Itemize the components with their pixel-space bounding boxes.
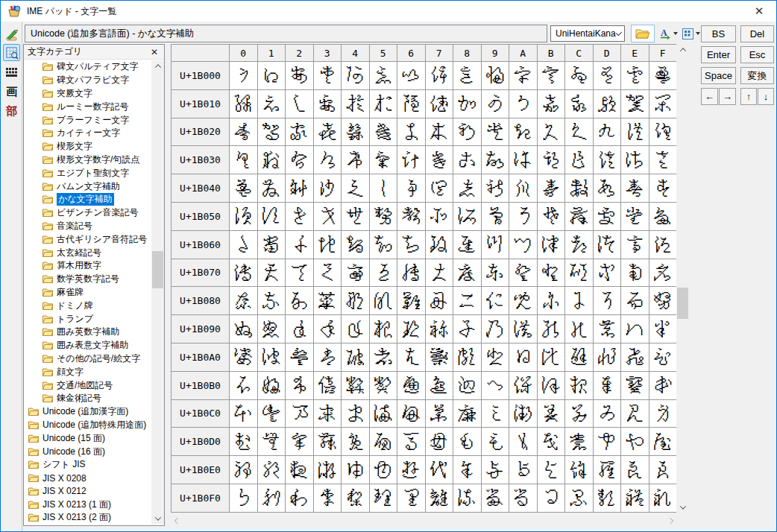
char-cell[interactable]: 𛁩 <box>481 230 509 259</box>
char-cell[interactable]: 𛃐 <box>230 428 258 456</box>
char-cell[interactable]: 𛁞 <box>621 202 649 230</box>
char-cell[interactable]: 𛃡 <box>257 456 286 484</box>
char-cell[interactable]: 𛀲 <box>286 146 314 174</box>
char-cell[interactable]: 𛁿 <box>649 259 677 287</box>
char-cell[interactable]: 𛂈 <box>453 287 482 315</box>
char-cell[interactable]: 𛂆 <box>397 287 426 315</box>
scrollbar-thumb[interactable] <box>677 288 688 319</box>
char-cell[interactable]: 𛀚 <box>509 89 538 118</box>
char-cell[interactable]: 𛀥 <box>369 118 397 146</box>
char-cell[interactable]: 𛁺 <box>509 259 538 287</box>
char-cell[interactable]: 𛁼 <box>565 259 594 287</box>
char-cell[interactable]: 𛁖 <box>397 202 426 230</box>
tree-item[interactable]: 麻雀牌 <box>25 286 151 300</box>
scroll-down-icon[interactable] <box>676 501 689 513</box>
char-cell[interactable]: 𛀞 <box>621 89 649 118</box>
tree-item[interactable]: 楔形文字数字/句読点 <box>25 153 151 167</box>
char-cell[interactable]: 𛁡 <box>257 230 286 259</box>
char-cell[interactable]: 𛁾 <box>621 259 649 287</box>
char-cell[interactable]: 𛃒 <box>286 428 314 456</box>
esc-button[interactable]: Esc <box>740 46 774 63</box>
char-cell[interactable]: 𛃬 <box>565 456 594 484</box>
char-cell[interactable]: 𛃎 <box>621 399 649 428</box>
bs-button[interactable]: BS <box>701 25 736 42</box>
char-cell[interactable]: 𛁅 <box>369 174 397 203</box>
char-cell[interactable]: 𛁔 <box>342 202 370 230</box>
char-cell[interactable]: 𛂛 <box>537 315 565 343</box>
char-cell[interactable]: 𛂽 <box>593 371 621 399</box>
char-cell[interactable]: 𛂏 <box>649 287 677 315</box>
char-cell[interactable]: 𛂓 <box>313 315 342 343</box>
char-cell[interactable]: 𛃴 <box>342 484 370 512</box>
tree-item[interactable]: 古代ギリシア音符記号 <box>25 232 151 246</box>
tree-item[interactable]: 交通/地図記号 <box>25 379 151 392</box>
char-cell[interactable]: 𛃕 <box>369 428 397 456</box>
char-cell[interactable]: 𛁂 <box>286 174 314 203</box>
char-cell[interactable]: 𛁻 <box>537 259 565 287</box>
char-cell[interactable]: 𛁶 <box>397 259 426 287</box>
char-cell[interactable]: 𛂴 <box>342 371 370 399</box>
char-cell[interactable]: 𛀇 <box>425 62 453 90</box>
char-cell[interactable]: 𛁀 <box>230 174 258 203</box>
char-cell[interactable]: 𛃉 <box>481 399 509 428</box>
char-cell[interactable]: 𛂦 <box>397 343 426 371</box>
char-cell[interactable]: 𛂉 <box>481 287 509 315</box>
char-cell[interactable]: 𛂂 <box>286 287 314 315</box>
tree-item[interactable]: 音楽記号 <box>25 220 151 233</box>
char-cell[interactable]: 𛁫 <box>537 230 565 259</box>
char-cell[interactable]: 𛀐 <box>230 89 258 118</box>
char-cell[interactable]: 𛃑 <box>257 428 286 456</box>
char-cell[interactable]: 𛂇 <box>425 287 453 315</box>
char-cell[interactable]: 𛀮 <box>621 118 649 146</box>
char-cell[interactable]: 𛃶 <box>397 484 426 512</box>
char-cell[interactable]: 𛃍 <box>593 399 621 428</box>
char-cell[interactable]: 𛁧 <box>425 230 453 259</box>
char-cell[interactable]: 𛀰 <box>230 146 258 174</box>
char-cell[interactable]: 𛀙 <box>481 89 509 118</box>
space-button[interactable]: Space <box>701 67 736 84</box>
char-cell[interactable]: 𛂱 <box>257 371 286 399</box>
char-cell[interactable]: 𛁽 <box>593 259 621 287</box>
char-cell[interactable]: 𛁨 <box>453 230 482 259</box>
char-cell[interactable]: 𛂫 <box>537 343 565 371</box>
char-cell[interactable]: 𛂭 <box>593 343 621 371</box>
char-cell[interactable]: 𛁑 <box>257 202 286 230</box>
tree-item[interactable]: 楔形文字 <box>25 140 151 153</box>
char-cell[interactable]: 𛀦 <box>397 118 426 146</box>
char-cell[interactable]: 𛃈 <box>453 399 482 428</box>
char-cell[interactable]: 𛁒 <box>286 202 314 230</box>
char-cell[interactable]: 𛃧 <box>425 456 453 484</box>
char-cell[interactable]: 𛃆 <box>397 399 426 428</box>
tree-item[interactable]: ルーミー数字記号 <box>25 100 151 113</box>
char-cell[interactable]: 𛃗 <box>425 428 453 456</box>
char-cell[interactable]: 𛃫 <box>537 456 565 484</box>
char-cell[interactable]: 𛀔 <box>342 89 370 118</box>
char-cell[interactable]: 𛃅 <box>369 399 397 428</box>
char-cell[interactable]: 𛃺 <box>509 484 538 512</box>
tree-item[interactable]: かな文字補助 <box>25 193 151 206</box>
char-cell[interactable]: 𛀒 <box>286 89 314 118</box>
del-button[interactable]: Del <box>740 25 774 42</box>
char-cell[interactable]: 𛂞 <box>621 315 649 343</box>
tree-item[interactable]: 算木用数字 <box>25 259 151 273</box>
tree-item[interactable]: Unicode (16 面) <box>25 445 151 458</box>
char-cell[interactable]: 𛀅 <box>369 62 397 90</box>
char-cell[interactable]: 𛃠 <box>230 456 258 484</box>
arrow-left-button[interactable]: ← <box>701 88 718 105</box>
tree-item[interactable]: 囲み表意文字補助 <box>25 339 151 352</box>
char-cell[interactable]: 𛀏 <box>649 62 677 90</box>
char-cell[interactable]: 𛂘 <box>453 315 482 343</box>
close-button[interactable]: ✕ <box>742 1 776 22</box>
char-cell[interactable]: 𛃌 <box>565 399 594 428</box>
char-cell[interactable]: 𛂁 <box>257 287 286 315</box>
tree-item[interactable]: Unicode (追加特殊用途面) <box>25 419 151 432</box>
char-cell[interactable]: 𛂩 <box>481 343 509 371</box>
tree-item[interactable]: 数学英数字記号 <box>25 273 151 286</box>
char-cell[interactable]: 𛃩 <box>481 456 509 484</box>
char-cell[interactable]: 𛁥 <box>369 230 397 259</box>
char-cell[interactable]: 𛁤 <box>342 230 370 259</box>
char-cell[interactable]: 𛀫 <box>537 118 565 146</box>
char-cell[interactable]: 𛀜 <box>565 89 594 118</box>
char-cell[interactable]: 𛃛 <box>537 428 565 456</box>
char-cell[interactable]: 𛁊 <box>509 174 538 203</box>
